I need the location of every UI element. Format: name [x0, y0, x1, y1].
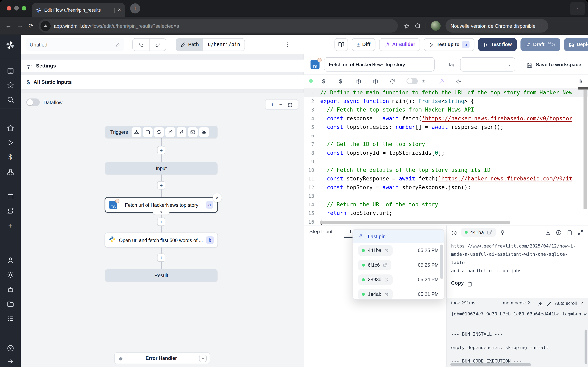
editor-toggle[interactable]: [406, 78, 422, 84]
back-icon[interactable]: ←: [5, 22, 12, 30]
dataflow-toggle[interactable]: [26, 99, 40, 106]
ai-wand-icon[interactable]: [439, 78, 456, 84]
close-window-button[interactable]: [7, 6, 11, 10]
tag-select[interactable]: ⌄: [460, 57, 515, 72]
undo-button[interactable]: [133, 38, 149, 50]
code-line[interactable]: 7 // Get the ID of the top story: [304, 140, 588, 149]
profile-avatar[interactable]: [431, 21, 441, 31]
editor-horizontal-scrollbar[interactable]: [320, 221, 510, 225]
download-logs-icon[interactable]: [537, 300, 543, 306]
pin-icon[interactable]: [500, 229, 506, 235]
sidebar-item-schedules[interactable]: [6, 192, 14, 200]
sidebar-item-account[interactable]: [6, 256, 14, 264]
pin-item-1e4ab[interactable]: 1e4ab05:21 PM: [353, 287, 444, 300]
trigger-mail-icon[interactable]: [188, 127, 198, 137]
code-line[interactable]: 10 // Fetch the details of the top story…: [304, 166, 588, 175]
deploy-button[interactable]: Deploy: [564, 38, 588, 50]
pin-item-441ba[interactable]: 441ba05:25 PM: [353, 243, 444, 258]
log-output[interactable]: job=019634e7-9d30-b7cb-1e89-03a64ed441ba…: [447, 308, 588, 367]
code-line[interactable]: 8 const topStoryId = topStoriesIds[0];: [304, 149, 588, 157]
diff-button[interactable]: ±Diff: [352, 38, 375, 50]
step-node-a[interactable]: TS Fetch url of HackerNews top story a ✕…: [104, 197, 218, 213]
chrome-update-button[interactable]: Nouvelle version de Chrome disponible ⋮: [445, 19, 548, 33]
maximize-window-button[interactable]: [22, 6, 26, 10]
redo-button[interactable]: [149, 38, 166, 50]
docs-button[interactable]: [334, 38, 348, 50]
browser-menu-kebab-icon[interactable]: ⋮: [538, 23, 544, 29]
sidebar-item-favorites[interactable]: [6, 81, 14, 89]
add-step-button[interactable]: +: [157, 217, 165, 226]
flow-name-field[interactable]: Untitled: [26, 38, 124, 51]
remove-step-icon[interactable]: ✕: [213, 193, 222, 202]
autoscroll-checkbox[interactable]: ✓: [580, 300, 584, 306]
window-controls[interactable]: [7, 6, 26, 10]
code-line[interactable]: 5 const topStoriesIds: number[] = await …: [304, 123, 588, 131]
download-result-icon[interactable]: [545, 229, 551, 235]
sidebar-item-help[interactable]: [6, 344, 14, 352]
code-line[interactable]: 12 const topStory = await storyResponse.…: [304, 183, 588, 192]
dropdown-scrollbar[interactable]: [440, 244, 443, 279]
flow-graph-canvas[interactable]: Dataflow + − Triggers: [21, 92, 304, 367]
site-info-icon[interactable]: [40, 21, 51, 31]
add-step-button[interactable]: +: [157, 181, 165, 189]
trigger-binoculars-icon[interactable]: [199, 127, 209, 137]
job-badge[interactable]: 441ba: [461, 228, 496, 237]
error-handler-node[interactable]: Error Handler +: [114, 352, 210, 364]
flow-settings-row[interactable]: Settings: [21, 59, 304, 72]
trigger-plug-icon[interactable]: [165, 127, 175, 137]
last-pin-option[interactable]: Last pin: [353, 230, 444, 243]
fit-view-icon[interactable]: [287, 102, 292, 108]
step-title-input[interactable]: Fetch url of HackerNews top story: [324, 57, 434, 72]
library-icon[interactable]: [577, 77, 583, 84]
sidebar-item-routes[interactable]: [6, 207, 14, 215]
code-line[interactable]: 6: [304, 132, 588, 140]
sidebar-item-create[interactable]: +: [6, 222, 14, 230]
reload-icon[interactable]: ⟳: [29, 22, 33, 29]
add-step-button[interactable]: +: [157, 253, 165, 262]
package-icon[interactable]: [373, 78, 390, 84]
tab-search-chevron[interactable]: ᵛ: [570, 2, 585, 15]
code-line[interactable]: 2export async function main(): Promise<s…: [304, 97, 588, 106]
add-error-handler-button[interactable]: +: [199, 354, 207, 362]
sidebar-item-variables[interactable]: $: [6, 153, 14, 161]
log-vertical-scrollbar[interactable]: [585, 329, 587, 364]
test-flow-button[interactable]: Test flow: [478, 38, 517, 50]
trigger-calendar-icon[interactable]: [143, 127, 153, 137]
variable-picker-button[interactable]: $: [322, 78, 339, 84]
log-horizontal-scrollbar[interactable]: [450, 363, 531, 366]
add-step-button[interactable]: +: [157, 146, 165, 154]
save-to-workspace-button[interactable]: Save to workspace: [527, 61, 581, 67]
expand-result-icon[interactable]: [578, 229, 584, 235]
tab-test-this-step[interactable]: T: [349, 229, 352, 238]
code-line[interactable]: 15 return topStory.url;: [304, 209, 588, 217]
bookmark-star-icon[interactable]: [404, 22, 410, 29]
copy-result-icon[interactable]: [567, 229, 572, 235]
collapse-step-chevron-icon[interactable]: ▼: [153, 210, 169, 215]
sidebar-item-settings[interactable]: [6, 271, 14, 279]
url-bar[interactable]: app.windmill.dev/flows/edit/u/henri/pin_…: [38, 19, 398, 33]
pin-item-6f1c6[interactable]: 6f1c605:25 PM: [353, 258, 444, 272]
diff-mode-button[interactable]: ±: [422, 78, 439, 84]
sidebar-item-runs[interactable]: [6, 139, 14, 147]
reload-script-icon[interactable]: [389, 78, 406, 84]
copy-button[interactable]: Copy: [451, 280, 584, 286]
minimize-window-button[interactable]: [14, 6, 19, 10]
sidebar-item-resources[interactable]: [6, 168, 14, 176]
windmill-logo[interactable]: [5, 40, 15, 50]
editor-vertical-scrollbar[interactable]: [584, 90, 587, 209]
info-icon[interactable]: [556, 229, 562, 235]
history-icon[interactable]: [451, 229, 458, 235]
sidebar-item-workspace[interactable]: [6, 67, 14, 75]
zoom-in-button[interactable]: +: [271, 101, 274, 108]
trigger-route-icon[interactable]: [154, 127, 164, 137]
trigger-plug-bolt-icon[interactable]: [177, 127, 186, 137]
more-options-kebab-icon[interactable]: ⋮: [285, 41, 291, 48]
sidebar-item-search[interactable]: [6, 95, 14, 103]
trigger-webhook-icon[interactable]: [132, 127, 141, 137]
code-line[interactable]: 3 // Fetch the top stories from Hacker N…: [304, 106, 588, 114]
code-line[interactable]: 14 // Return the URL of the top story: [304, 200, 588, 209]
sidebar-item-collapse[interactable]: [6, 357, 14, 365]
result-node[interactable]: Result: [105, 269, 217, 282]
sidebar-item-workers[interactable]: [6, 286, 14, 294]
new-tab-button[interactable]: +: [130, 3, 140, 14]
